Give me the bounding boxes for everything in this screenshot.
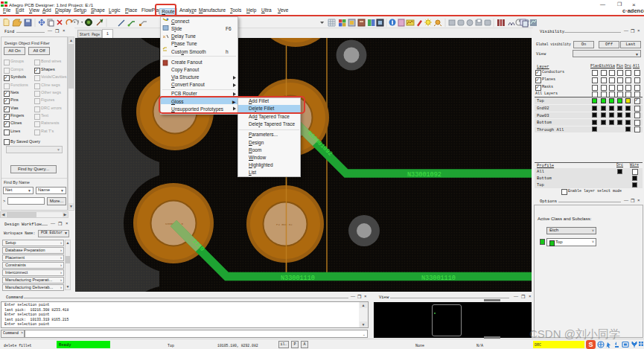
- svg-text:P4 GND 02: P4 GND 02: [276, 223, 293, 226]
- svg-text:N33001110: N33001110: [421, 275, 456, 282]
- svg-text:N33001110: N33001110: [281, 275, 315, 282]
- svg-text:N33001092: N33001092: [407, 171, 441, 179]
